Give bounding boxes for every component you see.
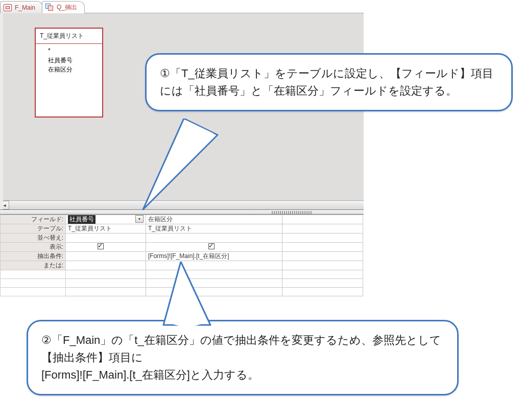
pane-splitter[interactable] xyxy=(0,209,364,215)
qbe-cell-empty[interactable] xyxy=(282,279,363,288)
qbe-field-value: 社員番号 xyxy=(68,215,96,224)
qbe-cell-show-c1[interactable] xyxy=(146,243,282,252)
row-label-or: または: xyxy=(1,261,66,270)
qbe-cell-empty[interactable] xyxy=(282,261,363,270)
dropdown-icon[interactable]: ▾ xyxy=(135,215,144,223)
table-field-list: * 社員番号 在籍区分 xyxy=(36,44,102,75)
annotation-text: ②「F_Main」の「t_在籍区分」の値で抽出条件を変更するため、参照先として … xyxy=(41,334,441,381)
row-label-field: フィールド: xyxy=(1,215,66,224)
qbe-cell-empty[interactable] xyxy=(282,224,363,234)
query-icon xyxy=(45,4,54,11)
table-card[interactable]: T_従業員リスト * 社員番号 在籍区分 xyxy=(35,28,103,118)
qbe-cell-show-c0[interactable] xyxy=(66,243,146,252)
qbe-cell-field-c1[interactable]: 在籍区分 xyxy=(146,215,282,224)
qbe-cell-empty[interactable] xyxy=(282,243,363,252)
qbe-cell-empty[interactable] xyxy=(282,215,363,224)
qbe-cell-empty[interactable] xyxy=(66,288,146,296)
svg-rect-3 xyxy=(49,7,52,10)
qbe-cell-empty[interactable] xyxy=(146,279,282,288)
table-field[interactable]: * xyxy=(48,46,102,56)
tab-label: Q_抽出 xyxy=(57,3,77,12)
qbe-cell-criteria-c1[interactable]: [Forms]![F_Main].[t_在籍区分] xyxy=(146,252,282,261)
show-checkbox[interactable] xyxy=(208,243,215,249)
horizontal-scrollbar[interactable]: ◄ xyxy=(0,200,364,209)
qbe-cell-empty[interactable] xyxy=(146,270,282,279)
qbe-cell-empty[interactable] xyxy=(282,270,363,279)
qbe-cell-empty[interactable] xyxy=(282,252,363,261)
tab-f-main[interactable]: F_Main xyxy=(0,1,43,13)
row-label-criteria: 抽出条件: xyxy=(1,252,66,261)
splitter-grip-icon xyxy=(272,211,313,214)
qbe-cell-criteria-c0[interactable] xyxy=(66,252,146,261)
qbe-cell-table-c1[interactable]: T_従業員リスト xyxy=(146,224,282,234)
qbe-cell-table-c0[interactable]: T_従業員リスト xyxy=(66,224,146,234)
annotation-callout-2: ②「F_Main」の「t_在籍区分」の値で抽出条件を変更するため、参照先として … xyxy=(27,320,459,395)
qbe-cell-empty[interactable] xyxy=(282,234,363,243)
tab-label: F_Main xyxy=(15,4,35,11)
qbe-cell-or-c0[interactable] xyxy=(66,261,146,270)
tab-strip: F_Main Q_抽出 xyxy=(0,0,364,13)
form-icon xyxy=(4,4,12,11)
qbe-cell-field-c0[interactable]: 社員番号 ▾ xyxy=(66,215,146,224)
table-card-title: T_従業員リスト xyxy=(36,29,102,44)
show-checkbox[interactable] xyxy=(98,243,104,249)
row-label-table: テーブル: xyxy=(1,224,66,234)
qbe-cell-empty[interactable] xyxy=(66,279,146,288)
tab-q-extract[interactable]: Q_抽出 xyxy=(42,1,85,13)
scroll-track[interactable] xyxy=(9,201,364,209)
annotation-callout-1: ①「T_従業員リスト」をテーブルに設定し、【フィールド】項目には「社員番号」と「… xyxy=(145,53,513,111)
table-field[interactable]: 在籍区分 xyxy=(48,65,102,75)
qbe-cell-sort-c1[interactable] xyxy=(146,234,282,243)
annotation-text: ①「T_従業員リスト」をテーブルに設定し、【フィールド】項目には「社員番号」と「… xyxy=(160,67,493,97)
qbe-cell-empty[interactable] xyxy=(282,288,363,296)
qbe-grid: フィールド: 社員番号 ▾ 在籍区分 テーブル: T_従業員リスト T_従業員リ… xyxy=(0,215,364,306)
table-field[interactable]: 社員番号 xyxy=(48,56,102,65)
qbe-cell-sort-c0[interactable] xyxy=(66,234,146,243)
qbe-cell-empty[interactable] xyxy=(66,270,146,279)
row-label-show: 表示: xyxy=(1,243,66,252)
row-label-sort: 並べ替え: xyxy=(1,234,66,243)
pane-left-margin xyxy=(0,13,3,209)
qbe-cell-or-c1[interactable] xyxy=(146,261,282,270)
qbe-field-value: 在籍区分 xyxy=(148,216,173,223)
qbe-cell-empty[interactable] xyxy=(146,288,282,296)
